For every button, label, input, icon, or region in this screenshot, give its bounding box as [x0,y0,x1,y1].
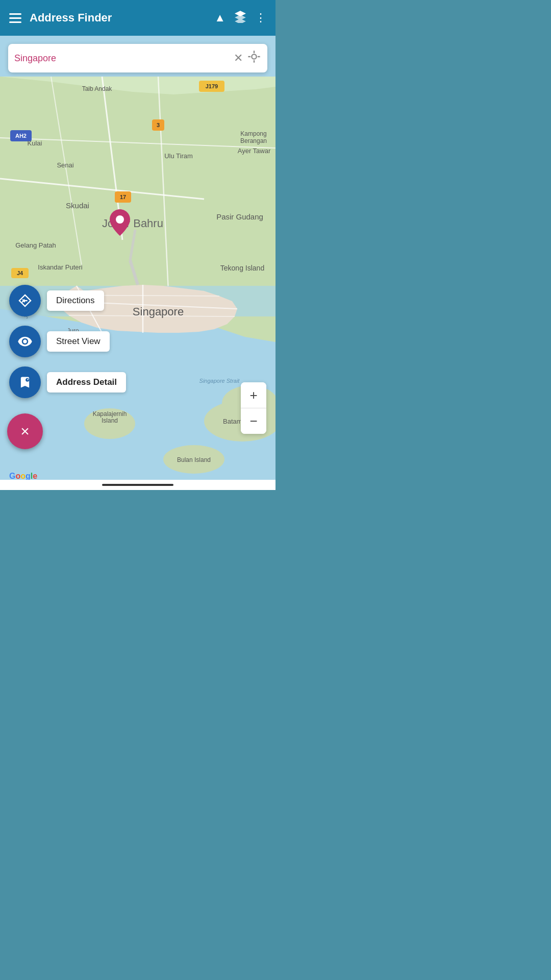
home-indicator [102,484,173,486]
more-options-icon[interactable]: ⋮ [255,11,266,24]
svg-text:Bulan Island: Bulan Island [177,456,211,463]
svg-text:Kulai: Kulai [28,139,42,147]
close-icon: × [20,424,30,439]
zoom-out-button[interactable]: − [241,408,266,434]
svg-text:Singapore Strait: Singapore Strait [199,378,240,384]
search-clear-icon[interactable]: ✕ [234,52,243,65]
locate-me-icon[interactable] [247,50,261,67]
close-fab[interactable]: × [7,413,43,449]
svg-text:Ulu Tiram: Ulu Tiram [164,152,193,160]
svg-point-53 [252,54,256,59]
top-bar: Address Finder ▲ ⋮ [0,0,276,36]
address-detail-fab[interactable] [9,366,41,398]
home-bar [0,480,276,490]
svg-text:Iskandar Puteri: Iskandar Puteri [38,263,83,271]
svg-text:AH2: AH2 [15,133,27,139]
zoom-in-button[interactable]: + [241,382,266,408]
svg-text:J4: J4 [17,270,23,276]
zoom-controls: + − [241,382,266,434]
svg-text:Tekong Island: Tekong Island [220,264,264,272]
svg-text:Singapore: Singapore [133,305,184,318]
svg-text:Senai: Senai [57,161,73,169]
map-container[interactable]: J179 3 AH2 17 J4 Taib Andak Kulai Senai … [0,36,276,490]
svg-text:Berangan: Berangan [240,137,267,144]
search-bar: ✕ [8,44,267,72]
street-view-row: Street View [9,326,126,357]
svg-text:3: 3 [157,122,160,128]
chevron-up-icon[interactable]: ▲ [214,11,226,24]
svg-text:Ayer Tawar: Ayer Tawar [238,147,271,155]
directions-row: Directions [9,285,126,316]
svg-rect-62 [30,342,32,343]
search-input[interactable] [14,53,234,64]
fab-group: Directions Street View [9,285,126,398]
svg-text:Taib Andak: Taib Andak [82,85,113,92]
svg-text:J179: J179 [206,83,218,89]
app-title: Address Finder [30,11,206,24]
svg-point-58 [116,215,124,224]
svg-text:Gelang Patah: Gelang Patah [15,241,56,249]
svg-text:Skudai: Skudai [66,201,89,210]
map-pin [110,209,130,238]
svg-rect-61 [30,340,32,341]
directions-fab[interactable] [9,285,41,316]
street-view-label[interactable]: Street View [47,331,110,352]
hamburger-menu-icon[interactable] [9,13,21,23]
svg-text:Pasir Gudang: Pasir Gudang [216,212,263,221]
svg-text:Kampong: Kampong [240,130,266,137]
svg-text:Island: Island [102,417,118,424]
street-view-fab[interactable] [9,326,41,357]
svg-text:Kapalajernih: Kapalajernih [93,410,127,418]
svg-text:17: 17 [120,194,126,200]
address-detail-label[interactable]: Address Detail [47,372,126,393]
svg-rect-59 [19,340,21,341]
address-detail-row: Address Detail [9,366,126,398]
svg-rect-60 [19,342,21,343]
layers-icon[interactable] [234,10,247,26]
directions-label[interactable]: Directions [47,290,104,311]
